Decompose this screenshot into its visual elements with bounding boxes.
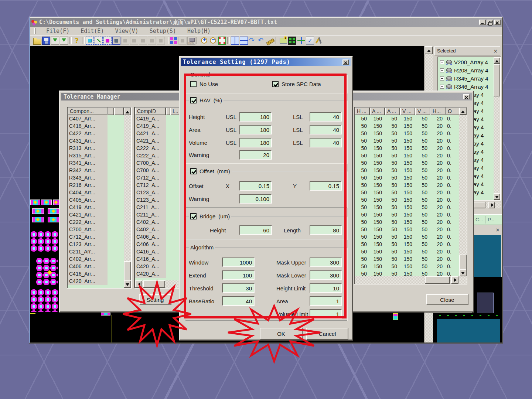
list-item[interactable]: R341_Arr... — [68, 160, 131, 167]
algorithm-param-field[interactable]: 30 — [222, 283, 255, 293]
side-tab[interactable]: P... — [485, 216, 497, 224]
tree-vscrollbar[interactable] — [494, 57, 500, 200]
list-item[interactable]: C406_A... 0 — [135, 233, 185, 241]
sep-icon[interactable] — [69, 37, 72, 44]
list-item[interactable]: C406_A... 1 — [135, 241, 185, 248]
offset-x-field[interactable]: 0.15 — [239, 181, 272, 191]
dis-icon[interactable] — [139, 37, 147, 45]
no-use-checkbox[interactable] — [190, 81, 197, 87]
algorithm-param-field[interactable]: 1000 — [222, 258, 255, 267]
table-row[interactable]: 50 150 50 150 50 20 0. — [355, 219, 461, 226]
column-header[interactable]: V ... — [400, 108, 415, 115]
minimize-icon[interactable] — [479, 20, 486, 25]
list-item[interactable]: C402_A... 1 — [135, 226, 185, 233]
cancel-button[interactable]: Cancel — [306, 328, 348, 340]
column-header[interactable]: H ... — [355, 108, 370, 115]
expand-icon[interactable] — [440, 85, 444, 89]
lsl-field[interactable]: 40 — [310, 112, 342, 122]
manager-close-button[interactable]: Close — [426, 294, 468, 305]
list-item[interactable]: C421_A... 1 — [135, 137, 185, 145]
sel-chip-icon[interactable] — [112, 37, 120, 45]
expand-icon[interactable] — [440, 76, 444, 81]
list-item[interactable]: C421_A... 0 — [135, 130, 185, 137]
sel-cyan-icon[interactable] — [86, 37, 94, 45]
lsl-field[interactable]: 40 — [310, 125, 342, 134]
column-header[interactable] — [108, 108, 114, 115]
scroll-right-icon[interactable] — [451, 276, 458, 284]
usl-field[interactable]: 180 — [239, 112, 272, 122]
menu-item[interactable]: File(F) — [46, 28, 69, 34]
setting-button[interactable]: Setting — [139, 294, 171, 305]
list-item[interactable]: C406_Arr... — [68, 263, 131, 270]
table-hscrollbar[interactable] — [355, 276, 467, 284]
tree-item[interactable]: R345_Array 4 — [439, 74, 493, 82]
tree-item[interactable]: V200_Array 4 — [439, 58, 493, 66]
list-item[interactable]: C422_Arr... — [68, 130, 131, 137]
component-list[interactable]: Compon... C407_Arr... C418_Arr... C422_A… — [67, 107, 132, 289]
list-item[interactable]: C419_A... 1 — [135, 123, 185, 130]
grid-color-icon[interactable] — [170, 37, 178, 45]
hav-warning-field[interactable]: 20 — [239, 150, 272, 160]
table-row[interactable]: 50 150 50 150 50 20 0. — [355, 167, 461, 174]
list-item[interactable]: R343_Arr... — [68, 174, 131, 182]
sep-icon[interactable] — [276, 37, 278, 44]
list-item[interactable]: C421_Arr... — [68, 211, 131, 219]
list-item[interactable]: C222_A... 0 — [135, 145, 185, 152]
close-icon[interactable] — [342, 59, 349, 65]
scroll-down-icon[interactable] — [124, 280, 131, 288]
zoom-out-icon[interactable] — [209, 37, 217, 45]
list-item[interactable]: C700_A... 0 — [135, 160, 185, 167]
side-tab[interactable]: C... — [473, 216, 485, 224]
menu-item[interactable]: Help(H) — [187, 28, 211, 34]
scroll-right-icon[interactable] — [488, 202, 495, 208]
list-item[interactable]: C416_Arr... — [68, 270, 131, 278]
list-item[interactable]: C222_A... 1 — [135, 152, 185, 160]
store-spc-checkbox[interactable] — [272, 81, 279, 87]
list-item[interactable]: C416_A... 1 — [135, 256, 185, 263]
list-item[interactable]: C123_A... 1 — [135, 197, 185, 204]
column-header[interactable]: O — [446, 108, 461, 115]
dis-icon[interactable] — [148, 37, 156, 45]
scroll-left-icon[interactable] — [135, 280, 142, 288]
table-row[interactable]: 50 150 50 150 50 20 0. — [355, 123, 461, 130]
split-h-icon[interactable] — [240, 37, 248, 45]
comp-id-list[interactable]: CompID I... C419_A... 0 C419_A... 1 C421… — [134, 107, 186, 289]
algorithm-param-field[interactable]: 1 — [310, 296, 342, 306]
list-item[interactable]: C419_A... 0 — [135, 115, 185, 123]
selected-panel-titlebar[interactable]: Selected × — [434, 46, 500, 55]
menu-item[interactable]: Edit(E) — [81, 28, 104, 34]
offset-checkbox[interactable] — [190, 168, 197, 174]
scroll-down-icon[interactable] — [459, 269, 467, 276]
scroll-up-icon[interactable] — [494, 57, 500, 64]
list-item[interactable]: C211_A... 1 — [135, 211, 185, 219]
list-item[interactable]: C418_Arr... — [68, 123, 131, 130]
dis-icon[interactable] — [130, 37, 138, 45]
column-header[interactable]: CompID — [135, 108, 166, 115]
scroll-up-icon[interactable] — [124, 108, 131, 115]
close-icon[interactable] — [463, 94, 470, 99]
view-panel-titlebar[interactable]: × — [473, 225, 502, 234]
list-item[interactable]: C712_Arr... — [68, 233, 131, 241]
fit-icon[interactable] — [218, 37, 226, 45]
list-item[interactable]: R315_Arr... — [68, 152, 131, 160]
app-titlebar[interactable]: C:\Documents and Settings\Administrator\… — [30, 18, 502, 27]
list-item[interactable]: C211_A... 0 — [135, 204, 185, 211]
sel-line-icon[interactable] — [95, 37, 103, 45]
dis-icon[interactable] — [157, 37, 165, 45]
zoom-in-icon[interactable] — [200, 37, 208, 45]
column-header[interactable] — [114, 108, 124, 115]
algorithm-param-field[interactable]: 100 — [222, 270, 255, 280]
help-icon[interactable] — [73, 37, 81, 45]
algorithm-param-field[interactable]: 300 — [310, 270, 342, 280]
offset-warning-field[interactable]: 0.100 — [239, 194, 272, 204]
list-item[interactable]: R216_Arr... — [68, 182, 131, 189]
table-row[interactable]: 50 150 50 150 50 20 0. — [355, 152, 461, 160]
list-vscrollbar[interactable] — [124, 115, 131, 288]
offset-y-field[interactable]: 0.15 — [310, 181, 342, 191]
table-row[interactable]: 50 150 50 150 50 20 0. — [355, 189, 461, 197]
table-row[interactable]: 50 150 50 150 50 20 0. — [355, 233, 461, 241]
table-row[interactable]: 50 150 50 150 50 20 0. — [355, 263, 461, 270]
menu-item[interactable]: View(V) — [115, 28, 138, 34]
tolerance-table[interactable]: H ...A ...A ...V ...V ...H...O 50 150 50… — [354, 107, 467, 284]
board-view[interactable] — [474, 235, 501, 277]
